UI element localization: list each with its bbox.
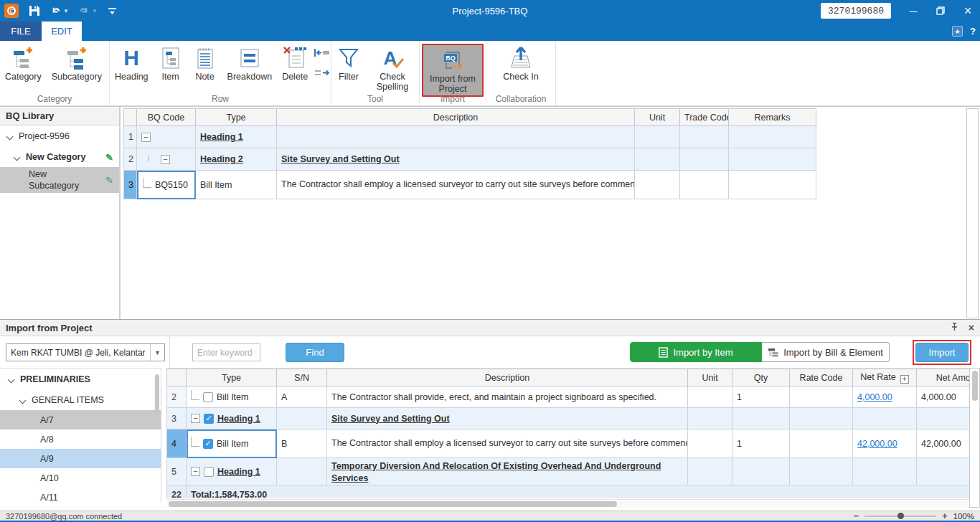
minimize-button[interactable]: ─ (901, 0, 925, 22)
item-button[interactable]: Item (154, 43, 188, 83)
table-row[interactable]: 2 Bill Item A The Contractor shall provi… (167, 386, 971, 408)
col-header-net-rate[interactable]: Net Rate+ (853, 369, 917, 386)
col-header-type[interactable]: Type (196, 109, 277, 126)
col-header-trade-code[interactable]: Trade Code (680, 109, 729, 126)
vertical-scrollbar[interactable] (966, 108, 979, 318)
table-row[interactable]: 3 BQ5150 Bill Item The Contractor shall … (124, 171, 816, 199)
import-from-project-button[interactable]: BQ Import from Project (422, 44, 484, 97)
find-button[interactable]: Find (286, 343, 344, 362)
table-row[interactable]: 3 −✓Heading 1 Site Survey and Setting Ou… (167, 408, 971, 430)
check-in-button[interactable]: Check In (498, 43, 543, 83)
col-header-sn[interactable]: S/N (277, 369, 327, 386)
collapse-toggle[interactable]: − (161, 155, 170, 164)
corner-header-cell[interactable] (124, 109, 137, 126)
chevron-down-icon[interactable]: ▼ (150, 344, 164, 361)
net-rate-link[interactable]: 4,000.00 (857, 392, 892, 402)
expand-column-icon[interactable]: + (900, 375, 909, 384)
help-icon[interactable]: ? (970, 26, 976, 37)
check-spelling-button[interactable]: A Check Spelling (366, 43, 419, 93)
note-button[interactable]: Note (188, 43, 222, 83)
tab-file[interactable]: FILE (0, 22, 42, 41)
col-header-qty[interactable]: Qty (732, 369, 790, 386)
row-checkbox[interactable] (204, 467, 214, 477)
tab-edit[interactable]: EDIT (42, 22, 82, 41)
horizontal-scrollbar[interactable] (166, 499, 970, 508)
restore-button[interactable] (928, 0, 953, 22)
undo-dropdown-caret[interactable]: ▼ (63, 8, 69, 14)
selected-cell[interactable]: BQ5150 (137, 171, 196, 199)
import-by-bill-element-button[interactable]: Import by Bill & Element (762, 342, 890, 362)
col-header-remarks[interactable]: Remarks (729, 109, 816, 126)
customize-toolbar-button[interactable] (108, 6, 117, 16)
zoom-slider[interactable] (864, 516, 936, 517)
tree-node-a8[interactable]: A/8 (0, 430, 161, 449)
table-row[interactable]: 4 ✓Bill Item B The Contractor shall empl… (167, 430, 971, 458)
keyword-search-input[interactable] (192, 343, 260, 361)
horizontal-scrollbar-thumb[interactable] (169, 501, 617, 507)
vertical-scrollbar-thumb[interactable] (972, 371, 978, 401)
selected-cell[interactable]: ✓Bill Item (187, 430, 277, 458)
tree-node-a10[interactable]: A/10 (0, 468, 161, 488)
heading-button[interactable]: H Heading (110, 43, 154, 83)
col-header-description[interactable]: Description (327, 369, 688, 386)
row-checkbox[interactable]: ✓ (204, 414, 214, 424)
project-selector[interactable]: Kem RKAT TUMBI @ Jeli, Kelantar ▼ (6, 343, 165, 361)
tree-scrollbar-thumb[interactable] (155, 374, 159, 414)
tree-node-a7[interactable]: A/7 (0, 410, 161, 430)
import-by-item-button[interactable]: Import by Item (630, 342, 762, 362)
row-checkbox[interactable]: ✓ (203, 439, 213, 449)
collapse-toggle[interactable]: − (141, 133, 151, 142)
undo-button[interactable]: ▼ (50, 6, 69, 16)
tree-node-preliminaries[interactable]: PRELIMINARIES (0, 369, 161, 390)
zoom-in-button[interactable]: + (942, 513, 948, 520)
tree-connector (191, 390, 199, 400)
breakdown-button[interactable]: Breakdown (222, 43, 278, 83)
close-button[interactable]: × (956, 0, 980, 22)
category-button[interactable]: Category (0, 43, 47, 83)
delete-button[interactable]: Delete (277, 43, 313, 83)
col-header-description[interactable]: Description (277, 109, 635, 126)
filter-button[interactable]: Filter (331, 43, 366, 83)
col-header-net-amount[interactable]: Net Amount (917, 369, 971, 386)
import-button[interactable]: Import (915, 343, 969, 362)
save-button[interactable] (29, 5, 40, 16)
chevron-down-icon[interactable] (14, 153, 21, 161)
table-row[interactable]: 1 − Heading 1 (124, 126, 816, 148)
table-row[interactable]: 5 −Heading 1 Temporary Diversion And Rel… (167, 458, 971, 485)
subcategory-button[interactable]: Subcategory (47, 43, 107, 83)
chevron-down-icon[interactable] (19, 397, 27, 404)
app-logo-icon[interactable] (4, 4, 19, 18)
zoom-out-button[interactable]: − (853, 513, 859, 520)
library-node-category[interactable]: New Category ✎ (0, 147, 119, 167)
library-node-subcategory[interactable]: New Subcategory ✎ (0, 167, 119, 193)
col-header-unit[interactable]: Unit (635, 109, 680, 126)
col-header-unit[interactable]: Unit (688, 369, 732, 386)
tree-node-a9[interactable]: A/9 (0, 449, 161, 468)
vertical-scrollbar[interactable] (969, 368, 980, 508)
col-header-bq-code[interactable]: BQ Code (137, 109, 196, 126)
edit-pencil-icon[interactable]: ✎ (105, 175, 113, 186)
net-rate-link[interactable]: 42,000.00 (857, 439, 897, 449)
select-all-cell[interactable] (167, 369, 187, 386)
collapse-toggle[interactable]: − (191, 414, 200, 423)
pin-icon[interactable] (951, 323, 958, 333)
delete-icon (282, 44, 308, 72)
tree-node-general-items[interactable]: GENERAL ITEMS (0, 390, 161, 410)
indent-row-icon[interactable] (314, 67, 330, 80)
collapse-toggle[interactable]: − (191, 467, 200, 476)
edit-pencil-icon[interactable]: ✎ (105, 152, 113, 163)
col-header-type[interactable]: Type (187, 369, 277, 386)
zoom-slider-handle[interactable] (897, 513, 904, 519)
tree-node-a11[interactable]: A/11 (0, 488, 161, 503)
import-items-table: Type S/N Description Unit Qty Rate Code … (166, 368, 970, 498)
table-row[interactable]: 2 − Heading 2 Site Survey and Setting Ou… (124, 148, 816, 171)
bookmark-icon[interactable]: ★ (952, 26, 963, 37)
row-checkbox[interactable] (203, 392, 213, 402)
chevron-down-icon[interactable] (8, 376, 15, 383)
library-node-project[interactable]: Project-9596 (0, 125, 119, 147)
tree-connector (149, 156, 157, 161)
chevron-down-icon[interactable] (6, 133, 14, 140)
outdent-row-icon[interactable] (314, 47, 330, 60)
panel-close-icon[interactable]: × (969, 322, 974, 333)
col-header-rate-code[interactable]: Rate Code (790, 369, 853, 386)
